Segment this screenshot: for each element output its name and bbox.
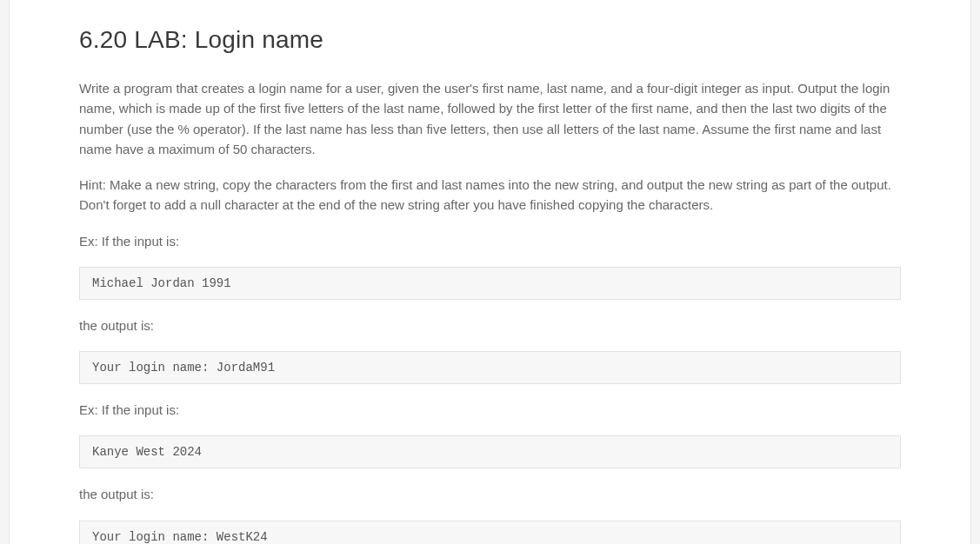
example2-input-code: Kanye West 2024 (79, 435, 901, 468)
hint-paragraph: Hint: Make a new string, copy the charac… (79, 175, 901, 216)
example1-input-code: Michael Jordan 1991 (79, 267, 901, 300)
problem-description: Write a program that creates a login nam… (79, 78, 901, 159)
example1-output-label: the output is: (79, 315, 901, 335)
lab-content: 6.20 LAB: Login name Write a program tha… (9, 0, 971, 544)
example1-output-code: Your login name: JordaM91 (79, 351, 901, 384)
example2-output-code: Your login name: WestK24 (79, 521, 901, 545)
example1-intro: Ex: If the input is: (79, 231, 901, 251)
lab-title: 6.20 LAB: Login name (79, 26, 901, 54)
example2-output-label: the output is: (79, 484, 901, 504)
example2-intro: Ex: If the input is: (79, 400, 901, 420)
